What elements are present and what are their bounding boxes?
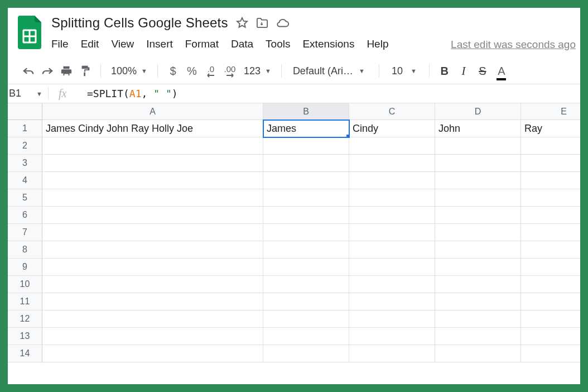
cell-c11[interactable] xyxy=(349,293,435,310)
cell-c10[interactable] xyxy=(349,276,435,293)
cell-d14[interactable] xyxy=(435,345,521,362)
cell-d11[interactable] xyxy=(435,293,521,310)
cell-d7[interactable] xyxy=(435,224,521,241)
increase-decimal-button[interactable]: .00 xyxy=(221,63,238,79)
zoom-select[interactable]: 100% ▼ xyxy=(108,65,151,77)
select-all-corner[interactable] xyxy=(8,103,42,120)
cell-c3[interactable] xyxy=(349,155,435,172)
cell-e2[interactable] xyxy=(521,137,580,155)
row-head-8[interactable]: 8 xyxy=(8,241,42,259)
cell-c7[interactable] xyxy=(349,224,435,241)
decrease-decimal-button[interactable]: .0 xyxy=(203,63,219,79)
menu-format[interactable]: Format xyxy=(185,36,225,54)
cell-d8[interactable] xyxy=(435,241,521,259)
col-head-a[interactable]: A xyxy=(42,103,263,120)
cell-b6[interactable] xyxy=(263,207,349,224)
last-edit-link[interactable]: Last edit was seconds ago xyxy=(451,39,576,51)
cell-d6[interactable] xyxy=(435,207,521,224)
cell-c14[interactable] xyxy=(349,345,435,362)
bold-button[interactable]: B xyxy=(436,63,453,79)
cell-d10[interactable] xyxy=(435,276,521,293)
cell-e4[interactable] xyxy=(521,172,580,189)
row-head-2[interactable]: 2 xyxy=(8,137,42,155)
cell-a4[interactable] xyxy=(42,172,263,189)
cell-e1[interactable]: Ray xyxy=(521,120,580,137)
font-size-select[interactable]: 10 ▼ xyxy=(386,65,422,77)
cell-e12[interactable] xyxy=(521,310,580,328)
row-head-11[interactable]: 11 xyxy=(8,293,42,310)
cloud-status-icon[interactable] xyxy=(276,18,290,28)
menu-tools[interactable]: Tools xyxy=(266,36,297,54)
cell-b1[interactable]: James xyxy=(263,120,349,137)
cell-c1[interactable]: Cindy xyxy=(349,120,435,137)
cell-e14[interactable] xyxy=(521,345,580,362)
row-head-5[interactable]: 5 xyxy=(8,189,42,207)
cell-e6[interactable] xyxy=(521,207,580,224)
doc-title[interactable]: Splitting Cells Google Sheets xyxy=(51,15,228,31)
cell-a2[interactable] xyxy=(42,137,263,155)
row-head-4[interactable]: 4 xyxy=(8,172,42,189)
print-button[interactable] xyxy=(58,63,75,79)
cell-e8[interactable] xyxy=(521,241,580,259)
cell-a9[interactable] xyxy=(42,259,263,276)
col-head-b[interactable]: B xyxy=(263,103,349,120)
cell-c4[interactable] xyxy=(349,172,435,189)
cell-b9[interactable] xyxy=(263,259,349,276)
strikethrough-button[interactable]: S xyxy=(474,63,491,79)
row-head-10[interactable]: 10 xyxy=(8,276,42,293)
cell-d4[interactable] xyxy=(435,172,521,189)
cell-e9[interactable] xyxy=(521,259,580,276)
row-head-9[interactable]: 9 xyxy=(8,259,42,276)
cell-c9[interactable] xyxy=(349,259,435,276)
move-folder-icon[interactable] xyxy=(256,17,268,28)
menu-insert[interactable]: Insert xyxy=(146,36,180,54)
cell-b11[interactable] xyxy=(263,293,349,310)
row-head-3[interactable]: 3 xyxy=(8,155,42,172)
cell-d13[interactable] xyxy=(435,328,521,345)
cell-a13[interactable] xyxy=(42,328,263,345)
name-box[interactable]: B1 ▼ xyxy=(8,88,48,99)
cell-d12[interactable] xyxy=(435,310,521,328)
paint-format-button[interactable] xyxy=(77,63,94,79)
cell-c13[interactable] xyxy=(349,328,435,345)
cell-b7[interactable] xyxy=(263,224,349,241)
cell-b5[interactable] xyxy=(263,189,349,207)
cell-e10[interactable] xyxy=(521,276,580,293)
cell-b14[interactable] xyxy=(263,345,349,362)
row-head-7[interactable]: 7 xyxy=(8,224,42,241)
cell-e7[interactable] xyxy=(521,224,580,241)
cell-a12[interactable] xyxy=(42,310,263,328)
cell-a5[interactable] xyxy=(42,189,263,207)
cell-e5[interactable] xyxy=(521,189,580,207)
cell-c6[interactable] xyxy=(349,207,435,224)
row-head-1[interactable]: 1 xyxy=(8,120,42,137)
undo-button[interactable] xyxy=(20,63,37,79)
cell-d5[interactable] xyxy=(435,189,521,207)
cell-c2[interactable] xyxy=(349,137,435,155)
col-head-e[interactable]: E xyxy=(521,103,580,120)
cell-d1[interactable]: John xyxy=(435,120,521,137)
cell-e13[interactable] xyxy=(521,328,580,345)
star-icon[interactable] xyxy=(236,17,248,29)
cell-c12[interactable] xyxy=(349,310,435,328)
menu-data[interactable]: Data xyxy=(231,36,260,54)
format-currency-button[interactable]: $ xyxy=(165,63,181,79)
cell-b12[interactable] xyxy=(263,310,349,328)
cell-b13[interactable] xyxy=(263,328,349,345)
row-head-12[interactable]: 12 xyxy=(8,310,42,328)
cell-b3[interactable] xyxy=(263,155,349,172)
cell-b8[interactable] xyxy=(263,241,349,259)
format-percent-button[interactable]: % xyxy=(184,63,200,79)
cell-a3[interactable] xyxy=(42,155,263,172)
cell-a11[interactable] xyxy=(42,293,263,310)
cell-a10[interactable] xyxy=(42,276,263,293)
text-color-button[interactable]: A xyxy=(493,63,510,79)
cell-d2[interactable] xyxy=(435,137,521,155)
menu-help[interactable]: Help xyxy=(367,36,395,54)
cell-c5[interactable] xyxy=(349,189,435,207)
cell-d3[interactable] xyxy=(435,155,521,172)
cell-b2[interactable] xyxy=(263,137,349,155)
col-head-d[interactable]: D xyxy=(435,103,521,120)
menu-view[interactable]: View xyxy=(111,36,141,54)
cell-a7[interactable] xyxy=(42,224,263,241)
